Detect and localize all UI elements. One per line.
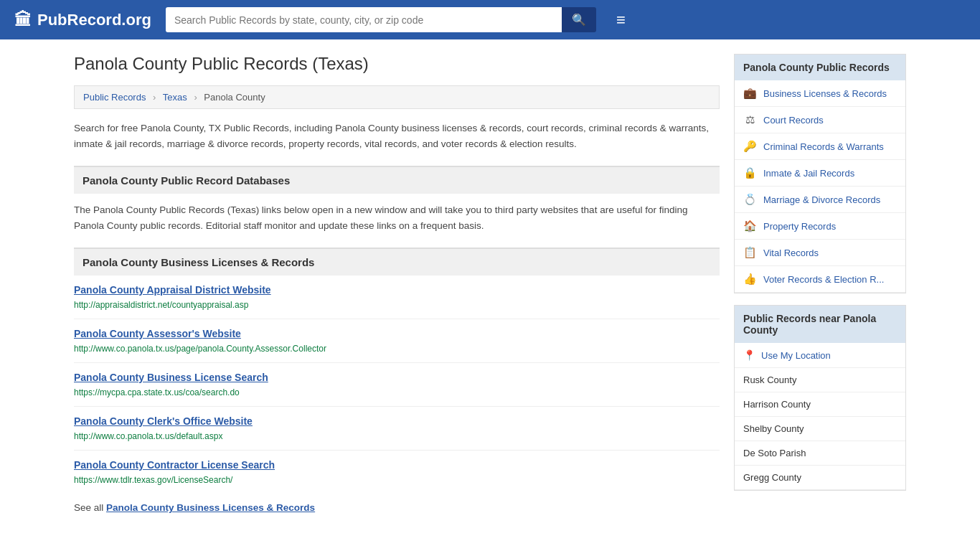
databases-intro: The Panola County Public Records (Texas)… — [74, 194, 720, 248]
category-label: Property Records — [763, 221, 836, 232]
category-icon: ⚖ — [743, 113, 756, 126]
category-icon: 📋 — [743, 246, 756, 259]
page-description: Search for free Panola County, TX Public… — [74, 121, 720, 151]
breadcrumb-current: Panola County — [204, 92, 265, 103]
menu-button[interactable]: ≡ — [611, 9, 631, 31]
nearby-label: Gregg County — [743, 472, 801, 483]
nearby-shelby-county[interactable]: Shelby County — [735, 417, 905, 441]
see-all-line: See all Panola County Business Licenses … — [74, 494, 720, 522]
record-title[interactable]: Panola County Contractor License Search — [74, 459, 720, 471]
nearby-label: Rusk County — [743, 375, 796, 385]
logo-text: PubRecord.org — [37, 11, 151, 29]
see-all-link[interactable]: Panola County Business Licenses & Record… — [106, 502, 315, 513]
site-header: 🏛 PubRecord.org 🔍 ≡ — [0, 0, 980, 39]
record-entry: Panola County Assessor's Website http://… — [74, 319, 720, 363]
category-label: Court Records — [763, 115, 824, 126]
use-my-location[interactable]: 📍Use My Location — [735, 343, 905, 368]
hamburger-icon: ≡ — [616, 11, 626, 29]
category-label: Vital Records — [763, 248, 819, 258]
sidebar-item-business-licenses-records[interactable]: 💼Business Licenses & Records — [735, 80, 905, 107]
sidebar-records-box: Panola County Public Records 💼Business L… — [734, 54, 906, 293]
category-icon: 💼 — [743, 87, 756, 100]
record-title[interactable]: Panola County Business License Search — [74, 372, 720, 383]
category-label: Marriage & Divorce Records — [763, 194, 880, 205]
breadcrumb-separator: › — [153, 92, 156, 103]
breadcrumb-state[interactable]: Texas — [163, 92, 187, 103]
sidebar-categories: 💼Business Licenses & Records⚖Court Recor… — [735, 80, 905, 293]
record-title[interactable]: Panola County Clerk's Office Website — [74, 415, 720, 427]
search-button[interactable]: 🔍 — [562, 7, 596, 32]
sidebar-item-property-records[interactable]: 🏠Property Records — [735, 213, 905, 240]
nearby-label: Shelby County — [743, 423, 804, 434]
record-url[interactable]: https://mycpa.cpa.state.tx.us/coa/search… — [74, 387, 240, 397]
site-logo[interactable]: 🏛 PubRecord.org — [14, 10, 151, 30]
nearby-label: De Soto Parish — [743, 448, 806, 458]
nearby-label: Harrison County — [743, 399, 811, 410]
sidebar-item-voter-records-election-r-[interactable]: 👍Voter Records & Election R... — [735, 266, 905, 293]
page-title: Panola County Public Records (Texas) — [74, 54, 720, 74]
nearby-de-soto-parish[interactable]: De Soto Parish — [735, 441, 905, 466]
sidebar-item-court-records[interactable]: ⚖Court Records — [735, 107, 905, 133]
logo-icon: 🏛 — [14, 10, 32, 30]
category-icon: 👍 — [743, 273, 756, 286]
nearby-gregg-county[interactable]: Gregg County — [735, 466, 905, 490]
category-label: Inmate & Jail Records — [763, 168, 854, 179]
nearby-harrison-county[interactable]: Harrison County — [735, 392, 905, 417]
records-list: Panola County Appraisal District Website… — [74, 276, 720, 494]
record-url[interactable]: https://www.tdlr.texas.gov/LicenseSearch… — [74, 475, 232, 485]
sidebar-item-marriage-divorce-records[interactable]: 💍Marriage & Divorce Records — [735, 187, 905, 213]
category-label: Criminal Records & Warrants — [763, 141, 884, 152]
search-input[interactable] — [166, 7, 562, 32]
business-section-header: Panola County Business Licenses & Record… — [74, 248, 720, 276]
record-title[interactable]: Panola County Assessor's Website — [74, 328, 720, 339]
record-entry: Panola County Contractor License Search … — [74, 451, 720, 494]
nearby-rusk-county[interactable]: Rusk County — [735, 368, 905, 392]
search-area: 🔍 — [166, 7, 596, 32]
databases-section-header: Panola County Public Record Databases — [74, 166, 720, 194]
category-icon: 🔒 — [743, 166, 756, 179]
sidebar-item-vital-records[interactable]: 📋Vital Records — [735, 240, 905, 266]
sidebar-nearby: 📍Use My LocationRusk CountyHarrison Coun… — [735, 343, 905, 490]
main-container: Panola County Public Records (Texas) Pub… — [60, 39, 920, 536]
category-label: Business Licenses & Records — [763, 88, 887, 99]
record-url[interactable]: http://www.co.panola.tx.us/page/panola.C… — [74, 344, 326, 354]
record-url[interactable]: http://www.co.panola.tx.us/default.aspx — [74, 431, 222, 441]
record-entry: Panola County Business License Search ht… — [74, 363, 720, 407]
location-icon: 📍 — [743, 349, 755, 361]
category-icon: 🏠 — [743, 220, 756, 232]
record-url[interactable]: http://appraisaldistrict.net/countyappra… — [74, 300, 248, 310]
category-icon: 🔑 — [743, 140, 756, 153]
sidebar-item-criminal-records-warrants[interactable]: 🔑Criminal Records & Warrants — [735, 133, 905, 160]
sidebar-nearby-header: Public Records near Panola County — [735, 306, 905, 343]
breadcrumb-separator-2: › — [194, 92, 197, 103]
record-entry: Panola County Appraisal District Website… — [74, 276, 720, 319]
record-entry: Panola County Clerk's Office Website htt… — [74, 407, 720, 451]
breadcrumb-home[interactable]: Public Records — [83, 92, 146, 103]
location-label: Use My Location — [761, 350, 831, 361]
search-icon: 🔍 — [572, 14, 586, 26]
content-area: Panola County Public Records (Texas) Pub… — [74, 54, 720, 522]
breadcrumb: Public Records › Texas › Panola County — [74, 85, 720, 109]
see-all-prefix: See all — [74, 502, 106, 513]
category-icon: 💍 — [743, 193, 756, 206]
sidebar-records-header: Panola County Public Records — [735, 55, 905, 80]
record-title[interactable]: Panola County Appraisal District Website — [74, 284, 720, 296]
category-label: Voter Records & Election R... — [763, 274, 884, 285]
sidebar: Panola County Public Records 💼Business L… — [734, 54, 906, 522]
sidebar-nearby-box: Public Records near Panola County 📍Use M… — [734, 305, 906, 491]
sidebar-item-inmate-jail-records[interactable]: 🔒Inmate & Jail Records — [735, 160, 905, 187]
